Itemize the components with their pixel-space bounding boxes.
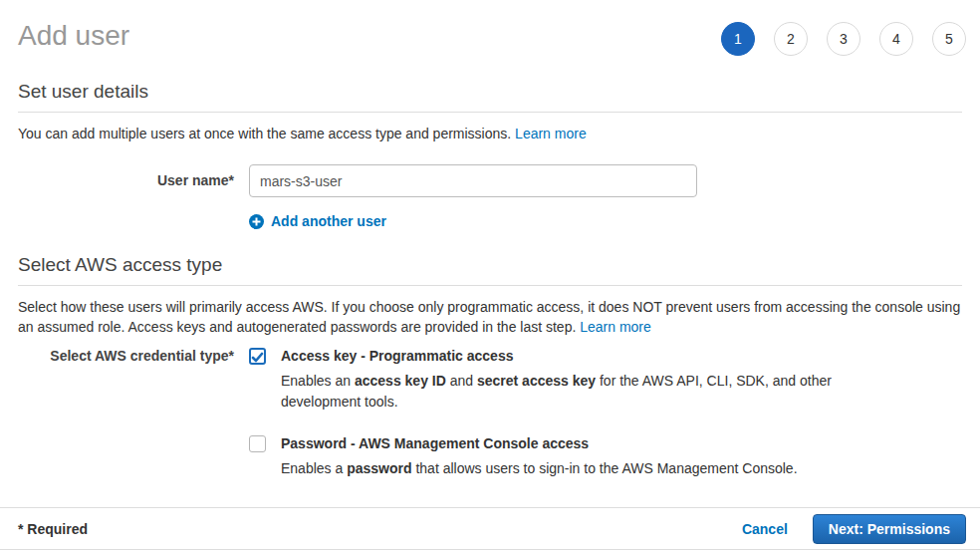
username-input[interactable] bbox=[249, 164, 697, 197]
step-5: 5 bbox=[932, 22, 966, 56]
step-4: 4 bbox=[879, 22, 913, 56]
username-label: User name* bbox=[18, 164, 249, 188]
learn-more-link-access[interactable]: Learn more bbox=[580, 319, 651, 335]
desc-segment-bold: password bbox=[347, 460, 411, 476]
learn-more-link-users[interactable]: Learn more bbox=[515, 126, 587, 141]
select-access-type-heading: Select AWS access type bbox=[18, 254, 962, 286]
add-user-page: Add user 1 2 3 4 5 Set user details You … bbox=[0, 0, 980, 554]
intro-text: You can add multiple users at once with … bbox=[18, 126, 515, 141]
spacer-label bbox=[18, 211, 249, 219]
plus-circle-icon bbox=[249, 214, 264, 229]
step-indicator: 1 2 3 4 5 bbox=[721, 16, 966, 56]
select-access-type-section: Select AWS access type Select how these … bbox=[18, 229, 962, 479]
desc-segment-bold: access key ID bbox=[355, 373, 446, 389]
select-access-type-intro: Select how these users will primarily ac… bbox=[18, 297, 962, 337]
cancel-button[interactable]: Cancel bbox=[742, 521, 788, 537]
step-2: 2 bbox=[774, 22, 808, 56]
step-1-active: 1 bbox=[721, 22, 755, 56]
access-key-description: Enables an access key ID and secret acce… bbox=[281, 371, 844, 413]
desc-segment: that allows users to sign-in to the AWS … bbox=[412, 460, 798, 476]
page-title: Add user bbox=[18, 16, 129, 52]
set-user-details-section: Set user details You can add multiple us… bbox=[18, 56, 962, 229]
password-option: Password - AWS Management Console access… bbox=[249, 435, 844, 479]
credential-options: Access key - Programmatic access Enables… bbox=[249, 348, 844, 479]
desc-segment-bold: secret access key bbox=[477, 373, 596, 389]
add-another-user-button[interactable]: Add another user bbox=[249, 211, 386, 229]
step-3: 3 bbox=[827, 22, 860, 56]
password-description: Enables a password that allows users to … bbox=[281, 458, 798, 479]
required-note: * Required bbox=[18, 521, 88, 537]
access-key-title: Access key - Programmatic access bbox=[281, 348, 844, 364]
desc-segment: Enables an bbox=[281, 373, 355, 389]
set-user-details-heading: Set user details bbox=[18, 81, 962, 113]
desc-segment: Enables a bbox=[281, 460, 347, 476]
username-row: User name* bbox=[18, 164, 962, 197]
footer-bar: * Required Cancel Next: Permissions bbox=[0, 507, 980, 550]
access-intro-text: Select how these users will primarily ac… bbox=[18, 299, 960, 335]
credential-type-label: Select AWS credential type* bbox=[18, 348, 249, 364]
add-another-user-label: Add another user bbox=[271, 213, 386, 229]
credential-type-row: Select AWS credential type* Access key -… bbox=[18, 348, 962, 479]
password-checkbox-unchecked[interactable] bbox=[249, 435, 266, 452]
next-permissions-button[interactable]: Next: Permissions bbox=[813, 514, 966, 544]
access-key-option: Access key - Programmatic access Enables… bbox=[249, 348, 844, 413]
access-key-checkbox-checked[interactable] bbox=[249, 348, 266, 365]
desc-segment: and bbox=[446, 373, 477, 389]
page-header: Add user 1 2 3 4 5 bbox=[0, 0, 980, 56]
password-texts: Password - AWS Management Console access… bbox=[281, 435, 798, 479]
access-key-texts: Access key - Programmatic access Enables… bbox=[281, 348, 844, 413]
set-user-details-intro: You can add multiple users at once with … bbox=[18, 124, 962, 143]
add-another-user-row: Add another user bbox=[18, 211, 962, 229]
password-title: Password - AWS Management Console access bbox=[281, 435, 798, 451]
